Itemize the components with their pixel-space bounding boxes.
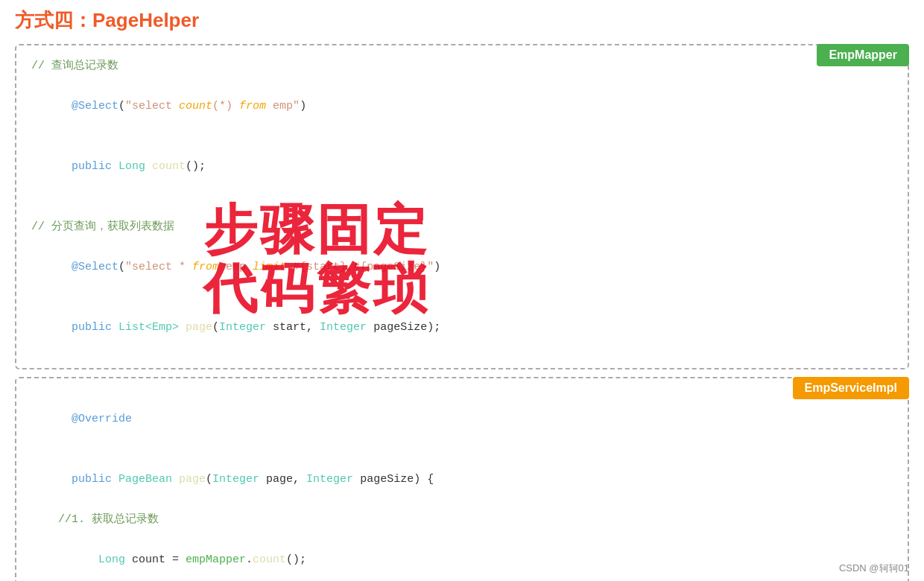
type-integer-3: Integer [212, 473, 259, 486]
parens-count: (); [286, 553, 306, 566]
type-integer-1: Integer [219, 321, 266, 334]
code-text-1b: ) [300, 100, 306, 112]
method-line-1: public Long count(); [31, 136, 893, 197]
param-pagesize: pageSize); [367, 321, 440, 334]
method-line-2: public List<Emp> page(Integer start, Int… [31, 297, 893, 358]
empmapper-ref-1: empMapper [186, 553, 246, 566]
indent-1 [72, 553, 98, 566]
type-long: Long [118, 160, 152, 173]
comment-line-1: // 查询总记录数 [31, 56, 893, 76]
code-block-empmapper: EmpMapper // 查询总记录数 @Select("select coun… [15, 44, 909, 369]
code-text-1a: ( [118, 100, 125, 112]
parens-1: (); [186, 160, 206, 173]
param-pagesize-2: pageSize) { [353, 473, 434, 486]
code-text-2b: ) [434, 261, 440, 273]
badge-empserviceimpl: EmpServiceImpl [793, 377, 910, 399]
annotation-line-1: @Select("select count(*) from emp") [31, 76, 893, 136]
method-count: count [152, 160, 186, 173]
string-select-1b: (*) [212, 100, 239, 112]
string-select-2c: #{start},#{pageSize}" [286, 261, 434, 273]
method-count-2: count [253, 553, 286, 566]
comment-step-1: //1. 获取总记录数 [31, 509, 893, 530]
sql-limit: limit [253, 261, 286, 273]
csdn-watermark: CSDN @轲轲01 [839, 562, 909, 575]
sql-from-2: from [192, 261, 219, 273]
code-text-2a: ( [118, 261, 125, 273]
string-select-1c: emp" [266, 100, 300, 112]
type-integer-4: Integer [306, 473, 353, 486]
page-title: 方式四：PageHelper [15, 7, 909, 34]
annotation-select-2: @Select [72, 261, 118, 273]
param-page: page, [259, 473, 306, 486]
kw-public-1: public [72, 160, 118, 173]
kw-public-2: public [72, 321, 118, 334]
type-integer-2: Integer [320, 321, 367, 334]
param-start: start, [266, 321, 320, 334]
annotation-line-2: @Select("select * from emp limit #{start… [31, 237, 893, 297]
empty-1 [31, 197, 893, 217]
type-pagebean: PageBean [118, 473, 179, 486]
kw-public-3: public [72, 473, 118, 486]
string-select-2b: emp [219, 261, 253, 273]
override-line: @Override [31, 389, 893, 449]
sql-from-1: from [239, 100, 266, 112]
params-1: ( [212, 321, 219, 334]
comment-line-2: // 分页查询，获取列表数据 [31, 217, 893, 237]
method-signature: public PageBean page(Integer page, Integ… [31, 449, 893, 509]
badge-empmapper: EmpMapper [817, 44, 909, 66]
count-line: Long count = empMapper.count(); [31, 530, 893, 581]
sql-count: count [179, 100, 212, 112]
var-count: count = [125, 553, 186, 566]
string-select-1: "select [125, 100, 179, 112]
annotation-select-1: @Select [72, 100, 118, 112]
method-page-1: page [186, 321, 212, 334]
method-page-2: page [179, 473, 206, 486]
annotation-override: @Override [72, 413, 132, 425]
params-2: ( [206, 473, 212, 486]
page-container: 方式四：PageHelper EmpMapper // 查询总记录数 @Sele… [0, 0, 924, 581]
type-list: List<Emp> [118, 321, 186, 334]
dot-count: . [246, 553, 253, 566]
string-select-2: "select * [125, 261, 192, 273]
type-long-2: Long [98, 553, 125, 566]
code-block-empserviceimpl: EmpServiceImpl @Override public PageBean… [15, 377, 909, 581]
